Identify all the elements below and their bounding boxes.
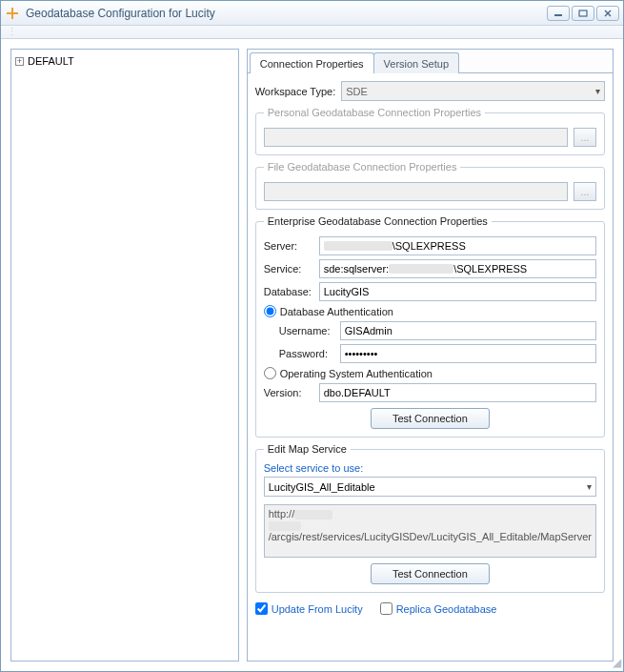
- toolbar-grip-icon: ⋮: [7, 26, 18, 38]
- tree-panel[interactable]: + DEFAULT: [10, 49, 239, 662]
- personal-gdb-legend: Personal Geodatabase Connection Properti…: [264, 107, 485, 118]
- replica-gdb-option[interactable]: Replica Geodatabase: [380, 602, 497, 615]
- svg-rect-2: [554, 14, 562, 16]
- tree-root-label: DEFAULT: [28, 55, 74, 67]
- enterprise-gdb-legend: Enterprise Geodatabase Connection Proper…: [264, 215, 492, 227]
- main-body: + DEFAULT Connection Properties Version …: [1, 39, 623, 671]
- server-input[interactable]: \SQLEXPRESS: [319, 236, 596, 255]
- version-input[interactable]: [319, 383, 596, 402]
- toolbar: ⋮: [1, 26, 623, 39]
- db-auth-radio[interactable]: [264, 305, 276, 317]
- password-label: Password:: [279, 348, 334, 359]
- workspace-type-label: Workspace Type:: [255, 86, 336, 97]
- personal-gdb-browse-button: ...: [574, 128, 596, 147]
- mapservice-test-connection-button[interactable]: Test Connection: [371, 563, 490, 584]
- tab-strip: Connection Properties Version Setup: [250, 51, 613, 72]
- close-button[interactable]: [596, 6, 619, 21]
- os-auth-radio[interactable]: [264, 367, 276, 379]
- file-gdb-path-input: [264, 182, 568, 201]
- window-buttons: [547, 6, 619, 21]
- bottom-options-row: Update From Lucity Replica Geodatabase: [255, 602, 605, 615]
- file-gdb-browse-button: ...: [574, 182, 596, 201]
- service-url-display: http:// /arcgis/rest/services/LucityGISD…: [264, 504, 596, 558]
- version-label: Version:: [264, 387, 313, 398]
- workspace-type-value: SDE: [346, 86, 368, 97]
- expand-icon[interactable]: +: [15, 57, 24, 66]
- file-gdb-legend: File Geodatabase Connection Properties: [264, 161, 461, 173]
- edit-map-service-group: Edit Map Service Select service to use: …: [255, 443, 605, 593]
- enterprise-test-connection-button[interactable]: Test Connection: [371, 408, 490, 429]
- tab-version-setup[interactable]: Version Setup: [373, 52, 460, 73]
- server-label: Server:: [264, 240, 313, 252]
- window-title: Geodatabase Configuration for Lucity: [26, 7, 547, 20]
- update-from-lucity-label: Update From Lucity: [272, 603, 363, 615]
- username-input[interactable]: [340, 321, 596, 340]
- svg-rect-3: [579, 10, 587, 16]
- db-auth-label: Database Authentication: [280, 306, 393, 317]
- replica-gdb-label: Replica Geodatabase: [396, 603, 497, 615]
- update-from-lucity-checkbox[interactable]: [255, 602, 268, 615]
- resize-grip-icon[interactable]: ◢: [613, 656, 621, 669]
- app-icon: [5, 6, 20, 21]
- database-input[interactable]: [319, 282, 596, 301]
- service-select-value: LucityGIS_All_Editable: [269, 481, 375, 493]
- os-auth-label: Operating System Authentication: [280, 368, 433, 379]
- enterprise-gdb-group: Enterprise Geodatabase Connection Proper…: [255, 215, 605, 438]
- username-label: Username:: [279, 325, 334, 336]
- connection-tabpage: Workspace Type: SDE ▾ Personal Geodataba…: [248, 72, 613, 661]
- select-service-label: Select service to use:: [264, 462, 596, 474]
- update-from-lucity-option[interactable]: Update From Lucity: [255, 602, 363, 615]
- tree-root-row[interactable]: + DEFAULT: [15, 55, 234, 67]
- workspace-type-row: Workspace Type: SDE ▾: [255, 81, 605, 101]
- service-select[interactable]: LucityGIS_All_Editable ▾: [264, 477, 596, 497]
- file-gdb-group: File Geodatabase Connection Properties .…: [255, 161, 605, 210]
- edit-map-service-legend: Edit Map Service: [264, 443, 351, 455]
- chevron-down-icon: ▾: [595, 86, 600, 96]
- personal-gdb-path-input: [264, 128, 568, 147]
- service-label: Service:: [264, 263, 313, 275]
- chevron-down-icon: ▾: [587, 481, 592, 492]
- maximize-button[interactable]: [572, 6, 594, 21]
- titlebar: Geodatabase Configuration for Lucity: [1, 1, 623, 26]
- minimize-button[interactable]: [547, 6, 570, 21]
- tab-connection-properties[interactable]: Connection Properties: [250, 52, 374, 73]
- database-label: Database:: [264, 286, 313, 297]
- workspace-type-select[interactable]: SDE ▾: [341, 81, 605, 101]
- service-input[interactable]: sde:sqlserver:\SQLEXPRESS: [319, 259, 596, 278]
- personal-gdb-group: Personal Geodatabase Connection Properti…: [255, 107, 605, 155]
- replica-gdb-checkbox[interactable]: [380, 602, 393, 615]
- right-pane: Connection Properties Version Setup Work…: [247, 49, 614, 662]
- password-input[interactable]: [340, 344, 596, 363]
- app-window: Geodatabase Configuration for Lucity ⋮ +…: [0, 0, 624, 672]
